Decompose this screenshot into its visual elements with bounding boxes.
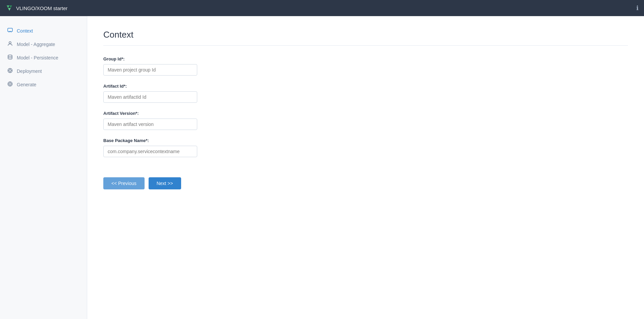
app-layout: Context Model - Aggregate Model - Persi xyxy=(0,16,644,319)
vlingo-logo-icon xyxy=(5,4,13,12)
base-package-name-input[interactable] xyxy=(103,146,197,157)
deployment-icon xyxy=(7,68,13,75)
sidebar-item-model-persistence-label: Model - Persistence xyxy=(17,55,58,60)
generate-icon xyxy=(7,81,13,88)
artifact-id-input[interactable] xyxy=(103,91,197,103)
page-title: Context xyxy=(103,30,628,40)
artifact-version-input[interactable] xyxy=(103,119,197,130)
sidebar-item-model-persistence[interactable]: Model - Persistence xyxy=(0,51,87,64)
topbar: VLINGO/XOOM starter ℹ xyxy=(0,0,644,16)
group-id-input[interactable] xyxy=(103,64,197,76)
artifact-version-label: Artifact Version*: xyxy=(103,111,628,116)
svg-point-12 xyxy=(9,83,11,85)
brand-label: VLINGO/XOOM starter xyxy=(16,5,67,11)
title-divider xyxy=(103,45,628,46)
sidebar-item-deployment-label: Deployment xyxy=(17,69,42,74)
artifact-version-field: Artifact Version*: xyxy=(103,111,628,130)
sidebar-item-model-aggregate[interactable]: Model - Aggregate xyxy=(0,38,87,51)
footer-buttons: << Previous Next >> xyxy=(103,177,628,189)
previous-button[interactable]: << Previous xyxy=(103,177,145,189)
sidebar-item-context-label: Context xyxy=(17,28,33,34)
main-content: Context Group Id*: Artifact Id*: Artifac… xyxy=(87,16,644,319)
model-persistence-icon xyxy=(7,54,13,61)
sidebar: Context Model - Aggregate Model - Persi xyxy=(0,16,87,319)
sidebar-item-model-aggregate-label: Model - Aggregate xyxy=(17,42,55,47)
info-icon[interactable]: ℹ xyxy=(636,4,639,12)
svg-point-5 xyxy=(8,55,12,57)
sidebar-item-generate-label: Generate xyxy=(17,82,36,87)
svg-point-6 xyxy=(9,70,11,72)
base-package-name-label: Base Package Name*: xyxy=(103,138,628,143)
svg-marker-1 xyxy=(8,8,11,11)
sidebar-item-deployment[interactable]: Deployment xyxy=(0,64,87,78)
svg-point-4 xyxy=(9,42,11,44)
svg-marker-0 xyxy=(7,5,9,8)
artifact-id-label: Artifact Id*: xyxy=(103,84,628,89)
group-id-label: Group Id*: xyxy=(103,56,628,61)
brand: VLINGO/XOOM starter xyxy=(5,4,67,12)
next-button[interactable]: Next >> xyxy=(149,177,181,189)
base-package-name-field: Base Package Name*: xyxy=(103,138,628,157)
model-aggregate-icon xyxy=(7,41,13,48)
sidebar-item-context[interactable]: Context xyxy=(0,24,87,38)
group-id-field: Group Id*: xyxy=(103,56,628,76)
context-icon xyxy=(7,28,13,34)
sidebar-item-generate[interactable]: Generate xyxy=(0,78,87,91)
svg-marker-2 xyxy=(9,5,12,8)
artifact-id-field: Artifact Id*: xyxy=(103,84,628,103)
